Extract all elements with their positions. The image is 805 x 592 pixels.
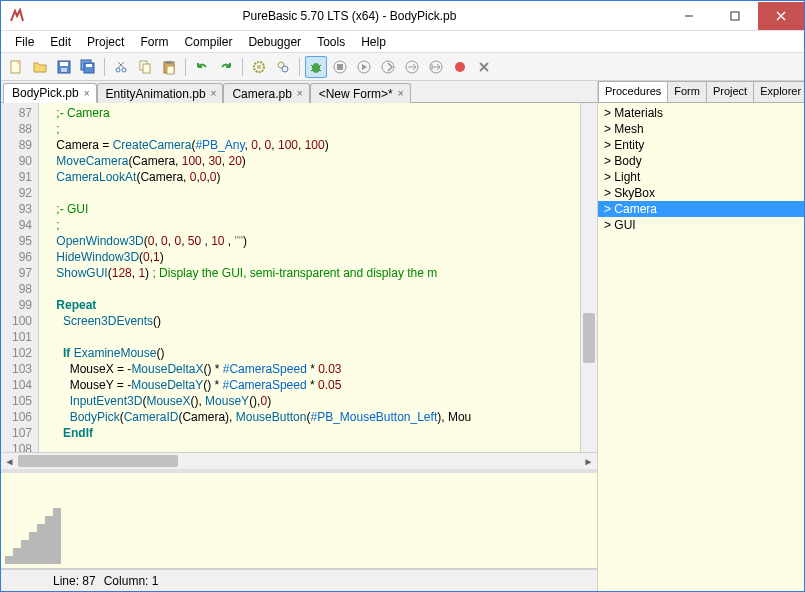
code-line[interactable]: If ExamineMouse() [43,345,580,361]
code-line[interactable]: ; [43,217,580,233]
menu-compiler[interactable]: Compiler [176,33,240,51]
debug-continue-button[interactable] [353,56,375,78]
procedure-item[interactable]: > Body [598,153,804,169]
menubar: FileEditProjectFormCompilerDebuggerTools… [1,31,804,53]
tab-close-icon[interactable]: × [297,88,303,99]
line-number: 89 [3,137,32,153]
horizontal-scrollbar[interactable]: ◄ ► [1,452,597,469]
line-number: 95 [3,233,32,249]
line-number: 88 [3,121,32,137]
svg-point-35 [455,62,465,72]
line-number: 108 [3,441,32,452]
side-tab-explorer[interactable]: Explorer [753,81,804,102]
menu-file[interactable]: File [7,33,42,51]
procedure-item[interactable]: > Camera [598,201,804,217]
code-line[interactable]: OpenWindow3D(0, 0, 0, 50 , 10 , "") [43,233,580,249]
file-tab[interactable]: EntityAnimation.pb× [97,83,224,103]
code-editor[interactable]: ;- Camera ; Camera = CreateCamera(#PB_An… [39,103,580,452]
toolbar-separator [242,58,243,76]
menu-tools[interactable]: Tools [309,33,353,51]
save-all-button[interactable] [77,56,99,78]
step-out-button[interactable] [425,56,447,78]
code-line[interactable]: ;- GUI [43,201,580,217]
svg-rect-10 [86,64,92,67]
step-over-button[interactable] [377,56,399,78]
code-line[interactable]: Camera = CreateCamera(#PB_Any, 0, 0, 100… [43,137,580,153]
toolbar-separator [185,58,186,76]
menu-project[interactable]: Project [79,33,132,51]
tab-close-icon[interactable]: × [398,88,404,99]
vertical-scrollbar[interactable] [580,103,597,452]
file-tab[interactable]: <New Form>*× [310,83,411,103]
code-line[interactable]: MouseY = -MouseDeltaY() * #CameraSpeed *… [43,377,580,393]
line-number: 107 [3,425,32,441]
code-line[interactable]: ;- Camera [43,105,580,121]
code-line[interactable]: ; [43,121,580,137]
breakpoint-button[interactable] [449,56,471,78]
line-number: 104 [3,377,32,393]
menu-form[interactable]: Form [132,33,176,51]
maximize-button[interactable] [712,2,758,30]
tab-label: EntityAnimation.pb [106,87,206,101]
procedure-item[interactable]: > Materials [598,105,804,121]
file-tab[interactable]: Camera.pb× [223,83,309,103]
procedure-item[interactable]: > GUI [598,217,804,233]
build-button[interactable] [272,56,294,78]
cut-button[interactable] [110,56,132,78]
line-number: 98 [3,281,32,297]
new-file-button[interactable] [5,56,27,78]
window-title: PureBasic 5.70 LTS (x64) - BodyPick.pb [33,9,666,23]
side-tab-project[interactable]: Project [706,81,754,102]
menu-edit[interactable]: Edit [42,33,79,51]
procedure-item[interactable]: > SkyBox [598,185,804,201]
close-button[interactable] [758,2,804,30]
copy-button[interactable] [134,56,156,78]
step-into-button[interactable] [401,56,423,78]
compile-button[interactable] [248,56,270,78]
titlebar: PureBasic 5.70 LTS (x64) - BodyPick.pb [1,1,804,31]
procedure-item[interactable]: > Entity [598,137,804,153]
code-line[interactable]: Screen3DEvents() [43,313,580,329]
save-button[interactable] [53,56,75,78]
procedure-item[interactable]: > Mesh [598,121,804,137]
code-line[interactable] [43,329,580,345]
code-line[interactable]: HideWindow3D(0,1) [43,249,580,265]
code-line[interactable]: MoveCamera(Camera, 100, 30, 20) [43,153,580,169]
scroll-left-button[interactable]: ◄ [1,453,18,470]
redo-button[interactable] [215,56,237,78]
side-tab-procedures[interactable]: Procedures [598,81,668,102]
scroll-right-button[interactable]: ► [580,453,597,470]
code-line[interactable]: Repeat [43,297,580,313]
resize-grip-icon [5,484,85,564]
code-line[interactable]: ShowGUI(128, 1) ; Display the GUI, semi-… [43,265,580,281]
minimize-button[interactable] [666,2,712,30]
line-number: 101 [3,329,32,345]
output-panel[interactable] [1,469,597,569]
svg-rect-18 [166,61,172,64]
code-line[interactable]: EndIf [43,425,580,441]
code-line[interactable] [43,185,580,201]
open-file-button[interactable] [29,56,51,78]
code-line[interactable] [43,441,580,452]
undo-button[interactable] [191,56,213,78]
debug-run-button[interactable] [305,56,327,78]
scrollbar-thumb[interactable] [18,455,178,467]
file-tab[interactable]: BodyPick.pb× [3,83,97,103]
code-line[interactable]: CameraLookAt(Camera, 0,0,0) [43,169,580,185]
scrollbar-thumb[interactable] [583,313,595,363]
code-line[interactable]: MouseX = -MouseDeltaX() * #CameraSpeed *… [43,361,580,377]
paste-button[interactable] [158,56,180,78]
tab-close-icon[interactable]: × [84,88,90,99]
procedure-item[interactable]: > Light [598,169,804,185]
code-line[interactable]: BodyPick(CameraID(Camera), MouseButton(#… [43,409,580,425]
menu-help[interactable]: Help [353,33,394,51]
code-line[interactable]: InputEvent3D(MouseX(), MouseY(),0) [43,393,580,409]
kill-button[interactable] [473,56,495,78]
side-tab-form[interactable]: Form [667,81,707,102]
menu-debugger[interactable]: Debugger [240,33,309,51]
debug-stop-button[interactable] [329,56,351,78]
code-line[interactable] [43,281,580,297]
svg-point-23 [282,66,288,72]
tab-close-icon[interactable]: × [211,88,217,99]
procedure-list[interactable]: > Materials> Mesh> Entity> Body> Light> … [598,103,804,591]
